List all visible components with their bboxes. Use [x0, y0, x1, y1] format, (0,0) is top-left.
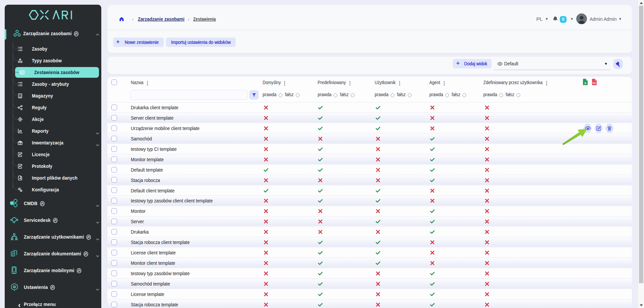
svg-text:PDF: PDF — [593, 82, 597, 84]
svg-text:X: X — [584, 81, 586, 85]
